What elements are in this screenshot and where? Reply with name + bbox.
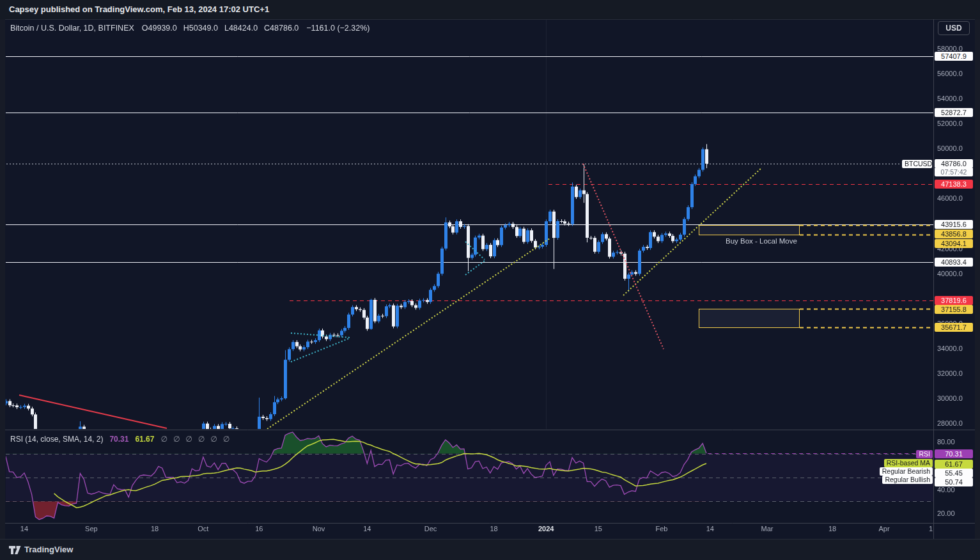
footer-bar: TradingView	[0, 539, 980, 560]
attribution-text: Capsey published on TradingView.com, Feb…	[9, 4, 269, 14]
symbol-price-tag: BTCUSD	[902, 160, 932, 168]
price-label: 43915.6	[935, 220, 973, 229]
price-label: 52872.7	[935, 108, 973, 117]
price-axis-tick: 54000.0	[937, 94, 976, 103]
price-axis-tick: 50000.0	[937, 144, 976, 153]
tradingview-brand-text[interactable]: TradingView	[24, 545, 73, 554]
price-axis-tick: 46000.0	[937, 194, 976, 203]
price-label: 40893.4	[935, 258, 973, 267]
time-axis-label: 2024	[527, 525, 565, 533]
chart-widget	[5, 19, 975, 539]
rsi-null-value: ∅	[160, 435, 167, 444]
change-value: −1161.0 (−2.32%)	[306, 24, 369, 33]
legend-ohlc-item: O49939.0	[142, 24, 177, 33]
price-axis-tick: 32000.0	[937, 369, 976, 378]
price-label: 35671.7	[935, 323, 973, 332]
rsi-axis-tick: 20.00	[937, 509, 976, 518]
time-axis-label: 1	[912, 525, 950, 533]
time-axis-label: Apr	[865, 525, 903, 533]
price-axis-tick: 52000.0	[937, 119, 976, 128]
time-axis-label: 18	[813, 525, 852, 533]
time-axis-label: Dec	[411, 525, 449, 533]
rsi-null-value: ∅	[185, 435, 192, 444]
price-label: 57407.9	[935, 52, 973, 61]
ohlc-values: O49939.0H50349.0L48424.0C48786.0	[142, 24, 299, 33]
tradingview-snapshot-page: Capsey published on TradingView.com, Feb…	[0, 0, 980, 560]
price-axis-tick: 30000.0	[937, 394, 976, 403]
price-countdown: 07:57:42	[935, 168, 973, 176]
symbol-legend[interactable]: Bitcoin / U.S. Dollar, 1D, BITFINEX O499…	[10, 24, 369, 33]
time-axis-label: Mar	[748, 525, 786, 533]
price-label: 48786.0	[935, 159, 973, 168]
time-axis-label: Nov	[300, 525, 338, 533]
rsi-value: 70.31	[109, 435, 128, 444]
rsi-null-value: ∅	[223, 435, 229, 444]
time-axis-label: 14	[348, 525, 386, 533]
time-axis-label: Sep	[72, 525, 111, 533]
regular-bearish-tag: Regular Bearish	[880, 467, 933, 476]
regular-bullish-tag: Regular Bullish	[882, 476, 933, 484]
tradingview-logo-icon[interactable]	[9, 545, 21, 557]
rsi-legend[interactable]: RSI (14, close, SMA, 14, 2) 70.31 61.67 …	[10, 435, 229, 444]
price-axis-tick: 40000.0	[937, 269, 976, 278]
attribution-bar: Capsey published on TradingView.com, Feb…	[0, 0, 980, 19]
price-label: 47138.3	[935, 180, 973, 189]
rsi-hidden-values: ∅∅∅∅∅∅	[160, 435, 229, 444]
rsi-label: 55.45	[935, 469, 973, 478]
buy-box-annotation: Buy Box - Local Move	[726, 237, 797, 245]
rsi-label: 50.74	[935, 478, 973, 486]
time-axis-label: 16	[240, 525, 278, 533]
time-axis-label: Feb	[642, 525, 681, 533]
rsi-line-tag: RSI	[916, 450, 933, 458]
legend-ohlc-item: H50349.0	[183, 24, 218, 33]
price-axis-tick: 56000.0	[937, 69, 976, 78]
legend-ohlc-item: C48786.0	[264, 24, 299, 33]
rsi-null-value: ∅	[210, 435, 217, 444]
time-axis-label: 15	[579, 525, 618, 533]
rsi-axis-tick: 80.00	[937, 437, 976, 446]
price-label: 43856.8	[935, 229, 973, 238]
price-label: 37155.8	[935, 305, 973, 314]
legend-ohlc-item: L48424.0	[224, 24, 258, 33]
rsi-null-value: ∅	[173, 435, 180, 444]
rsi-ma-tag: RSI-based MA	[884, 459, 933, 467]
rsi-null-value: ∅	[198, 435, 205, 444]
time-axis-label: 18	[475, 525, 513, 533]
price-axis-tick: 34000.0	[937, 344, 976, 353]
symbol-title: Bitcoin / U.S. Dollar, 1D, BITFINEX	[10, 24, 134, 33]
time-axis-label: 18	[136, 525, 174, 533]
rsi-label: 70.31	[935, 449, 973, 458]
price-label: 43094.1	[935, 239, 973, 248]
time-axis-label: Oct	[184, 525, 222, 533]
rsi-title: RSI (14, close, SMA, 14, 2)	[10, 435, 103, 444]
rsi-label: 61.67	[935, 460, 973, 469]
currency-toggle-button[interactable]: USD	[938, 21, 970, 35]
time-axis-label: 14	[5, 525, 43, 533]
rsi-ma-value: 61.67	[135, 435, 154, 444]
price-label: 37819.6	[935, 296, 973, 305]
price-axis-tick: 28000.0	[937, 419, 976, 428]
chart-canvas[interactable]	[5, 19, 975, 539]
time-axis-label: 14	[691, 525, 729, 533]
